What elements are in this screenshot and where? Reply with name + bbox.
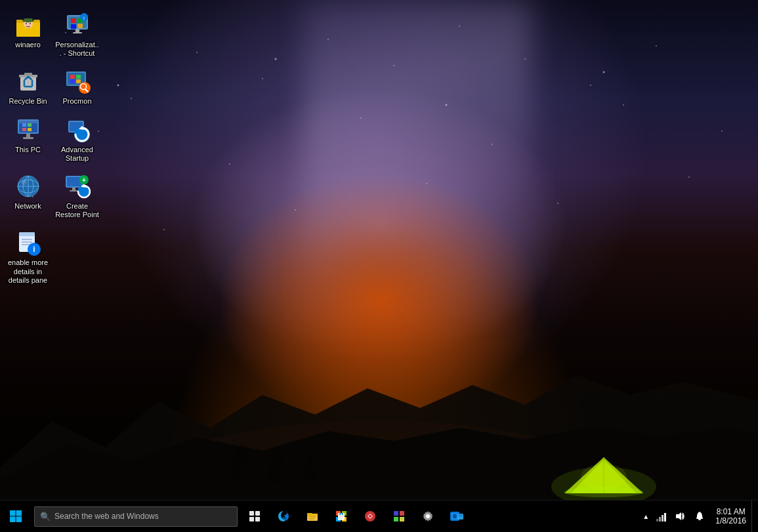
network-label: Network [14, 202, 41, 211]
procmon-label: Procmon [62, 97, 91, 106]
outlook-icon [450, 510, 464, 523]
svg-rect-81 [255, 517, 260, 522]
svg-rect-61 [72, 188, 75, 190]
svg-rect-35 [76, 75, 81, 79]
desktop-icon-create-restore[interactable]: + Create Restore Point [53, 168, 102, 224]
svg-rect-77 [16, 517, 22, 523]
svg-rect-48 [22, 128, 26, 131]
windows-logo-icon [9, 510, 22, 523]
svg-rect-13 [24, 18, 32, 22]
desktop-icon-personalization[interactable]: i Personalizat... - Shortcut [53, 7, 102, 63]
personalization-icon: i [64, 12, 91, 38]
search-placeholder: Search the web and Windows [54, 512, 159, 521]
advanced-startup-label: Advanced Startup [55, 146, 99, 163]
create-restore-icon: + [64, 173, 91, 199]
volume-tray-icon[interactable] [671, 501, 689, 533]
this-pc-label: This PC [15, 146, 41, 154]
svg-rect-95 [394, 511, 398, 516]
svg-rect-86 [309, 516, 316, 518]
svg-rect-74 [10, 510, 16, 516]
svg-rect-87 [309, 518, 314, 520]
svg-rect-106 [656, 519, 658, 522]
svg-rect-23 [73, 32, 82, 33]
svg-point-102 [453, 514, 457, 519]
desktop-icon-network[interactable]: Network [3, 168, 53, 224]
svg-rect-75 [16, 510, 22, 516]
create-restore-label: Create Restore Point [55, 202, 99, 219]
svg-rect-85 [307, 514, 318, 516]
svg-text:i: i [33, 245, 35, 254]
store-button[interactable] [327, 501, 356, 533]
svg-rect-36 [70, 79, 75, 83]
desktop-icon-advanced-startup[interactable]: Advanced Startup [53, 112, 102, 168]
icon-row-0: winaero [3, 7, 128, 63]
taskbar-apps [240, 501, 637, 533]
desktop-icon-this-pc[interactable]: This PC [3, 112, 53, 168]
svg-point-15 [30, 23, 31, 24]
enable-details-label: enable more details in details pane [6, 258, 50, 285]
svg-marker-110 [676, 512, 681, 520]
svg-rect-44 [26, 134, 30, 137]
svg-point-7 [581, 464, 627, 490]
svg-point-94 [369, 515, 371, 518]
desktop-icon-winaero[interactable]: winaero [3, 7, 53, 63]
outlook-button[interactable] [442, 501, 471, 533]
app5-button[interactable] [356, 501, 385, 533]
svg-rect-92 [338, 513, 345, 520]
app5-icon [364, 510, 377, 523]
network-status-icon [656, 511, 667, 522]
volume-icon [675, 511, 685, 522]
svg-rect-98 [400, 517, 404, 522]
explorer-button[interactable] [298, 501, 327, 533]
settings-icon [421, 510, 434, 523]
svg-rect-47 [28, 123, 32, 127]
network-tray-icon[interactable] [652, 501, 671, 533]
svg-rect-21 [77, 24, 83, 28]
desktop-background: winaero [0, 0, 758, 500]
svg-rect-80 [249, 517, 254, 522]
svg-rect-79 [255, 511, 260, 516]
icon-row-3: Network [3, 168, 128, 224]
svg-rect-18 [71, 18, 76, 23]
icon-row-1: Recycle Bin [3, 63, 128, 111]
svg-rect-62 [70, 190, 78, 192]
show-desktop-button[interactable] [751, 501, 755, 533]
store-icon [335, 510, 348, 523]
clock-area[interactable]: 8:01 AM 1/8/2016 [710, 501, 751, 533]
personalization-label: Personalizat... - Shortcut [55, 41, 99, 58]
recycle-bin-label: Recycle Bin [9, 97, 47, 106]
svg-rect-68 [19, 232, 35, 236]
app6-icon [392, 510, 406, 523]
expand-tray-button[interactable]: ▲ [639, 501, 652, 533]
search-bar[interactable]: 🔍 Search the web and Windows [34, 506, 238, 527]
edge-icon [277, 510, 290, 523]
desktop-icon-procmon[interactable]: Procmon [53, 63, 102, 111]
svg-rect-28 [24, 73, 32, 75]
task-view-icon [249, 510, 261, 522]
svg-rect-45 [23, 137, 33, 139]
advanced-startup-icon [64, 117, 91, 143]
svg-text:i: i [83, 15, 85, 21]
desktop-icon-recycle-bin[interactable]: Recycle Bin [3, 63, 53, 111]
svg-rect-43 [19, 121, 37, 123]
procmon-icon [64, 68, 91, 94]
desktop-icons-area: winaero [0, 0, 131, 499]
svg-rect-20 [71, 24, 76, 29]
svg-rect-111 [698, 519, 701, 520]
edge-button[interactable] [269, 501, 298, 533]
svg-rect-96 [400, 511, 404, 516]
icon-row-2: This PC Advanced Startup [3, 112, 128, 168]
this-pc-icon [15, 117, 41, 143]
desktop-icon-enable-details[interactable]: i enable more details in details pane [3, 224, 53, 290]
network-icon [15, 173, 41, 199]
svg-rect-108 [662, 515, 663, 522]
start-button[interactable] [0, 501, 32, 533]
svg-rect-49 [28, 128, 32, 131]
date-display: 1/8/2016 [715, 516, 746, 525]
task-view-button[interactable] [240, 501, 269, 533]
svg-point-58 [22, 180, 27, 185]
settings-button[interactable] [413, 501, 442, 533]
svg-point-82 [282, 517, 288, 520]
notifications-button[interactable] [689, 501, 710, 533]
app6-button[interactable] [385, 501, 413, 533]
